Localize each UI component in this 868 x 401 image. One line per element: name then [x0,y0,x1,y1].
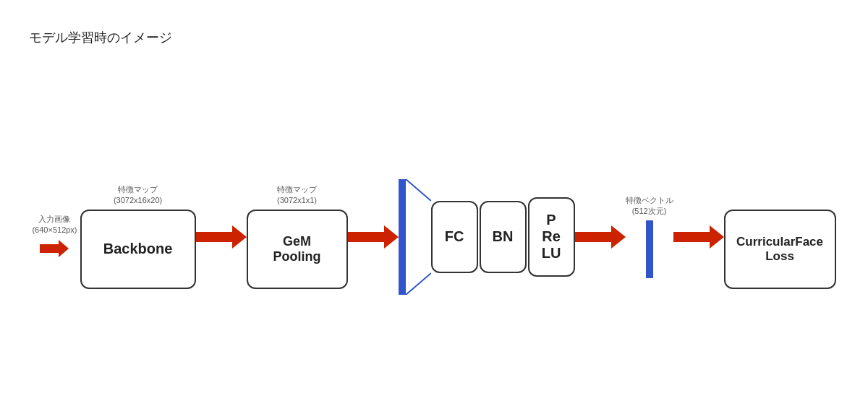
gem-wrapper: 特徴マップ (3072x1x1) GeMPooling [247,184,348,289]
fc-node: FC [431,201,478,273]
bn-node: BN [480,201,527,273]
prelu-text: P Re LU [542,212,561,262]
backbone-wrapper: 特徴マップ (3072x16x20) Backbone [80,184,196,289]
arrow-1 [196,223,247,251]
funnel-group: FC BN P Re LU [399,179,575,295]
diagram-area: 入力画像 (640×512px) 特徴マップ (3072x16x20) Back… [14,72,854,372]
gem-above-label: 特徴マップ (3072x1x1) [277,184,317,205]
backbone-node: Backbone [80,210,196,289]
backbone-above-label: 特徴マップ (3072x16x20) [114,184,162,205]
arrow-1-icon [196,223,247,251]
svg-line-5 [406,273,431,295]
flow-container: 入力画像 (640×512px) 特徴マップ (3072x16x20) Back… [32,179,835,295]
input-label: 入力画像 (640×512px) [32,214,77,259]
svg-marker-0 [40,240,69,257]
blue-bar [646,220,653,278]
svg-rect-3 [399,179,406,295]
page-title: モデル学習時のイメージ [29,29,172,46]
input-label-text: 入力画像 (640×512px) [32,214,77,235]
prelu-node: P Re LU [528,197,575,277]
arrow-3-icon [575,223,626,251]
arrow-4 [673,223,724,251]
gem-node: GeMPooling [247,210,348,289]
feature-vector-bar: 特徴ベクトル (512次元) [626,195,673,278]
svg-marker-6 [575,225,626,249]
feature-vector-label: 特徴ベクトル (512次元) [626,195,673,216]
svg-marker-1 [196,225,247,249]
curricular-wrapper: CurricularFaceLoss [724,184,836,289]
svg-marker-2 [348,225,399,249]
svg-line-4 [406,179,431,201]
arrow-2 [348,223,399,251]
arrow-3 [575,223,626,251]
svg-marker-7 [673,225,724,249]
arrow-2-icon [348,223,399,251]
arrow-4-icon [673,223,724,251]
curricular-node: CurricularFaceLoss [724,210,836,289]
input-arrow-icon [40,238,69,259]
funnel-left-icon [399,179,431,295]
